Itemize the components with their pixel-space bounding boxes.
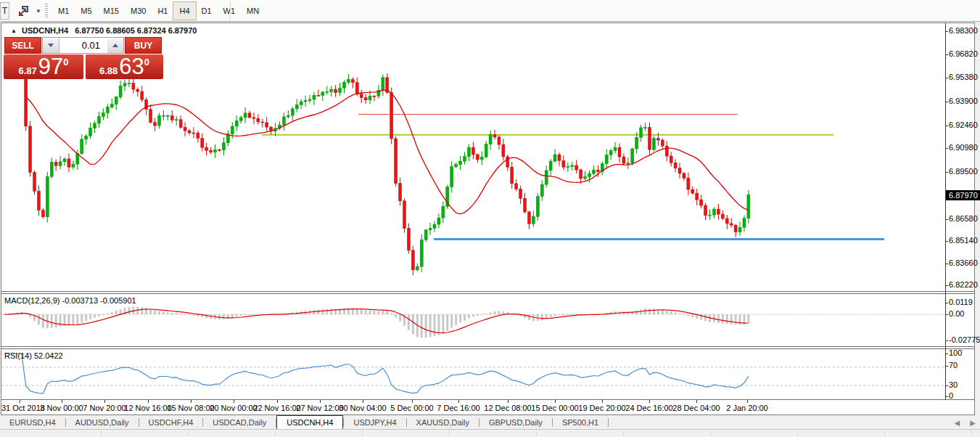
timeframe-h4[interactable]: H4 <box>173 2 195 20</box>
chevron-down-icon[interactable]: ▼ <box>34 3 43 19</box>
current-price-label: 6.87970 <box>946 190 980 200</box>
time-axis-tick <box>747 400 748 403</box>
buy-price-sup: 0 <box>144 57 149 68</box>
buy-button[interactable]: BUY <box>125 37 162 54</box>
time-axis-label: 5 Dec 00:00 <box>390 404 433 412</box>
time-axis-tick <box>412 400 413 403</box>
time-axis-tick <box>277 400 278 403</box>
toolbar-grip[interactable] <box>45 4 48 18</box>
diagonal-arrows-glyph <box>17 5 30 17</box>
time-axis-label: 20 Nov 00:00 <box>210 404 257 412</box>
timeframe-mn[interactable]: MN <box>241 2 265 20</box>
time-axis-tick <box>148 400 149 403</box>
panel-separator[interactable] <box>1 291 975 292</box>
tab-sp500-h1[interactable]: SP500,H1 <box>553 415 608 429</box>
tab-scroll-arrows: ◀▶ <box>955 415 976 430</box>
tab-usdcad-daily[interactable]: USDCAD,Daily <box>203 415 276 429</box>
sell-price-small: 6.87 <box>18 65 36 76</box>
volume-stepper <box>42 37 124 54</box>
volume-decrease-button[interactable] <box>43 38 59 53</box>
volume-input[interactable] <box>59 38 107 53</box>
text-tool-button[interactable]: T <box>0 2 9 20</box>
price-axis-label: 6.85140 <box>949 236 978 245</box>
time-axis-tick <box>696 400 697 403</box>
diagonal-arrows-icon[interactable] <box>15 3 33 19</box>
tab-separator <box>608 418 609 427</box>
rsi-axis-tick <box>945 354 948 354</box>
buy-price-box[interactable]: 6.88 63 0 <box>86 54 163 79</box>
triangle-down-icon <box>48 44 54 47</box>
sell-button[interactable]: SELL <box>4 37 41 54</box>
tab-gbpusd-daily[interactable]: GBPUSD,Daily <box>479 415 552 429</box>
timeframe-w1[interactable]: W1 <box>218 2 242 20</box>
tab-xauusd-daily[interactable]: XAUUSD,Daily <box>407 415 479 429</box>
price-axis-tick <box>945 102 948 102</box>
moving-average-line[interactable] <box>26 90 749 214</box>
price-axis-label: 6.89500 <box>949 167 978 176</box>
mt4-window: { "toolbar": { "text_tool": "T", "caret"… <box>0 0 980 437</box>
time-axis-label: 15 Nov 08:00 <box>167 404 214 412</box>
chart-symbol-label: USDCNH,H4 <box>22 26 68 35</box>
tab-scroll-right-icon[interactable]: ▶ <box>970 419 976 427</box>
price-axis-label: 6.92460 <box>949 121 978 129</box>
price-axis-tick <box>945 264 948 264</box>
macd-axis-tick <box>945 340 948 341</box>
price-axis-tick <box>945 148 948 149</box>
price-axis-tick <box>945 241 948 242</box>
price-axis-label: 6.83660 <box>949 258 978 267</box>
time-axis-label: 19 Dec 20:00 <box>578 404 625 412</box>
macd-axis-tick <box>945 314 948 315</box>
time-axis-label: 28 Dec 04:00 <box>672 404 720 412</box>
timeframe-h1[interactable]: H1 <box>152 2 173 20</box>
time-axis-tick <box>649 400 650 403</box>
time-axis-label: 7 Dec 16:00 <box>437 404 479 412</box>
trade-controls-row: SELL BUY <box>4 37 163 54</box>
top-toolbar: T ▼ M1M5M15M30H1H4D1W1MN <box>0 0 980 22</box>
tab-usdcnh-h4[interactable]: USDCNH,H4 <box>276 415 343 429</box>
macd-indicator-area[interactable] <box>1 293 945 346</box>
time-axis-label: 2 Jan 20:00 <box>726 404 768 412</box>
tab-audusd-daily[interactable]: AUDUSD,Daily <box>66 415 139 429</box>
tab-scroll-left-icon[interactable]: ◀ <box>955 419 960 427</box>
rsi-line <box>4 354 749 393</box>
chart-title: ▲ USDCNH,H4 6.87750 6.88605 6.87324 6.87… <box>11 26 197 35</box>
time-axis-tick <box>104 400 105 403</box>
price-axis-label: 6.95380 <box>949 73 978 81</box>
buy-price-small: 6.88 <box>99 65 118 76</box>
price-axis-label: 6.82220 <box>949 280 978 289</box>
tab-eurusd-h4[interactable]: EURUSD,H4 <box>0 415 65 429</box>
price-axis-label: 6.96820 <box>949 49 978 58</box>
rsi-axis-tick <box>945 396 948 397</box>
bottom-strip-lines <box>15 430 980 437</box>
time-axis-tick <box>555 400 556 403</box>
time-axis-tick <box>62 400 62 403</box>
price-axis-label: 6.86580 <box>949 214 978 223</box>
timeframe-m1[interactable]: M1 <box>52 2 75 20</box>
rsi-axis-label: 70 <box>949 361 958 369</box>
time-axis-label: 15 Dec 00:00 <box>531 404 578 412</box>
tab-usdchf-h4[interactable]: USDCHF,H4 <box>139 415 203 429</box>
timeframe-m30[interactable]: M30 <box>125 2 152 20</box>
timeframe-m5[interactable]: M5 <box>75 2 97 20</box>
macd-axis-tick <box>945 303 948 303</box>
sell-price-box[interactable]: 6.87 97 0 <box>4 54 83 79</box>
panel-separator[interactable] <box>1 346 975 347</box>
timeframe-m15[interactable]: M15 <box>98 2 125 20</box>
time-axis-label: 31 Oct 2018 <box>1 404 45 412</box>
price-axis-border <box>945 23 946 400</box>
price-axis-tick <box>945 285 948 286</box>
time-axis-tick <box>20 400 20 403</box>
rsi-axis-label: 100 <box>949 348 962 357</box>
chart-ohlc-values: 6.87750 6.88605 6.87324 6.87970 <box>75 26 197 35</box>
timeframe-buttons: M1M5M15M30H1H4D1W1MN <box>52 2 265 20</box>
price-axis-tick <box>945 172 948 173</box>
time-axis-tick <box>458 400 459 403</box>
sell-price-big: 97 <box>38 56 63 78</box>
volume-increase-button[interactable] <box>107 38 123 53</box>
toolbar-divider <box>230 1 231 20</box>
time-axis-label: 3 Nov 00:00 <box>40 404 83 412</box>
tab-usdjpy-h4[interactable]: USDJPY,H4 <box>344 415 405 429</box>
timeframe-d1[interactable]: D1 <box>196 2 218 20</box>
rsi-indicator-area[interactable] <box>1 348 945 399</box>
price-axis-tick <box>945 31 948 32</box>
